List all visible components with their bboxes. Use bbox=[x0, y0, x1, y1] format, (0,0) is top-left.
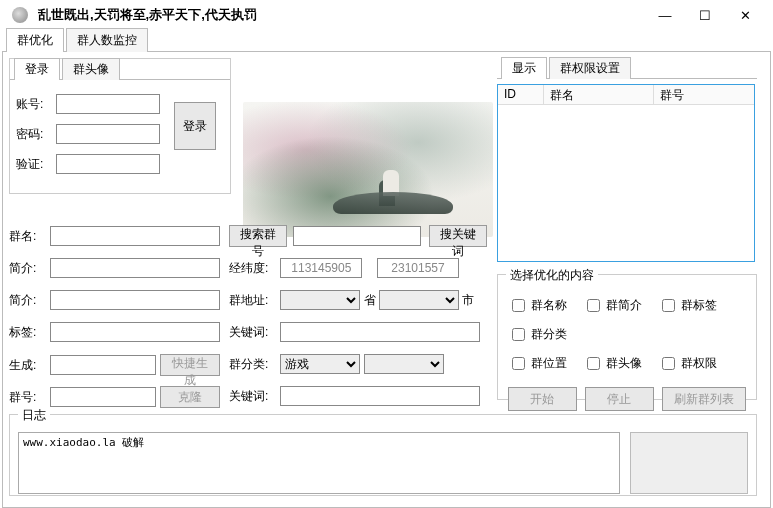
password-input[interactable] bbox=[56, 124, 160, 144]
gen-label: 生成: bbox=[9, 357, 47, 374]
tag-input[interactable] bbox=[50, 322, 220, 342]
window-title: 乱世既出,天罚将至,赤平天下,代天执罚 bbox=[38, 6, 257, 24]
keyword2-label: 关键词: bbox=[229, 388, 277, 405]
cat1-select[interactable]: 游戏 bbox=[280, 354, 360, 374]
keyword-label: 关键词: bbox=[229, 324, 277, 341]
keyword-input[interactable] bbox=[280, 322, 480, 342]
city-label: 市 bbox=[462, 292, 474, 309]
ck-permission[interactable]: 群权限 bbox=[658, 354, 717, 373]
groupname-label: 群名: bbox=[9, 228, 47, 245]
tab-group-avatar[interactable]: 群头像 bbox=[62, 58, 120, 80]
intro2-input[interactable] bbox=[50, 290, 220, 310]
optimize-options-title: 选择优化的内容 bbox=[506, 267, 598, 284]
table-header: ID 群名 群号 bbox=[498, 85, 754, 105]
province-select[interactable] bbox=[280, 290, 360, 310]
tab-login[interactable]: 登录 bbox=[14, 58, 60, 80]
tab-display[interactable]: 显示 bbox=[501, 57, 547, 79]
account-input[interactable] bbox=[56, 94, 160, 114]
ck-tag[interactable]: 群标签 bbox=[658, 296, 717, 315]
ck-location[interactable]: 群位置 bbox=[508, 354, 567, 373]
search-gid-button[interactable]: 搜索群号 bbox=[229, 225, 287, 247]
refresh-button[interactable]: 刷新群列表 bbox=[662, 387, 746, 411]
cat2-select[interactable] bbox=[364, 354, 444, 374]
titlebar: 乱世既出,天罚将至,赤平天下,代天执罚 — ☐ ✕ bbox=[0, 0, 773, 30]
main-content: 登录 群头像 账号: 密码: 验证: 登录 bbox=[2, 52, 771, 508]
tab-permissions[interactable]: 群权限设置 bbox=[549, 57, 631, 79]
gen-input[interactable] bbox=[50, 355, 156, 375]
coord-lat-input[interactable] bbox=[377, 258, 459, 278]
start-button[interactable]: 开始 bbox=[508, 387, 577, 411]
decorative-image bbox=[243, 102, 493, 237]
ck-intro[interactable]: 群简介 bbox=[583, 296, 642, 315]
clone-button[interactable]: 克隆 bbox=[160, 386, 220, 408]
password-label: 密码: bbox=[16, 126, 56, 143]
gid-label: 群号: bbox=[9, 389, 47, 406]
log-group: 日志 www.xiaodao.la 破解 bbox=[9, 414, 757, 496]
log-textarea[interactable]: www.xiaodao.la 破解 bbox=[18, 432, 620, 494]
app-icon bbox=[12, 7, 28, 23]
login-button[interactable]: 登录 bbox=[174, 102, 216, 150]
intro2-label: 简介: bbox=[9, 292, 47, 309]
groupname-input[interactable] bbox=[50, 226, 220, 246]
ck-avatar[interactable]: 群头像 bbox=[583, 354, 642, 373]
gid-input[interactable] bbox=[50, 387, 156, 407]
coord-label: 经纬度: bbox=[229, 260, 277, 277]
table-body[interactable] bbox=[498, 105, 754, 261]
province-label: 省 bbox=[364, 292, 376, 309]
coord-lng-input[interactable] bbox=[280, 258, 362, 278]
addr-label: 群地址: bbox=[229, 292, 277, 309]
keyword2-input[interactable] bbox=[280, 386, 480, 406]
tag-label: 标签: bbox=[9, 324, 47, 341]
tab-group-monitor[interactable]: 群人数监控 bbox=[66, 28, 148, 52]
keyword-main-input[interactable] bbox=[293, 226, 421, 246]
log-title: 日志 bbox=[18, 407, 50, 424]
tab-group-optimize[interactable]: 群优化 bbox=[6, 28, 64, 52]
ck-groupname[interactable]: 群名称 bbox=[508, 296, 567, 315]
cat-label: 群分类: bbox=[229, 356, 277, 373]
minimize-button[interactable]: — bbox=[645, 2, 685, 28]
group-table[interactable]: ID 群名 群号 bbox=[497, 84, 755, 262]
right-table-group: 显示 群权限设置 ID 群名 群号 bbox=[497, 58, 757, 264]
maximize-button[interactable]: ☐ bbox=[685, 2, 725, 28]
search-keyword-button[interactable]: 搜关键词 bbox=[429, 225, 487, 247]
intro-label: 简介: bbox=[9, 260, 47, 277]
verify-input[interactable] bbox=[56, 154, 160, 174]
main-tabstrip: 群优化 群人数监控 bbox=[2, 30, 771, 52]
city-select[interactable] bbox=[379, 290, 459, 310]
col-name[interactable]: 群名 bbox=[544, 85, 654, 104]
col-num[interactable]: 群号 bbox=[654, 85, 754, 104]
optimize-options-group: 选择优化的内容 群名称 群简介 群标签 群分类 群位置 群头像 群权限 开始 停… bbox=[497, 274, 757, 400]
log-preview-box bbox=[630, 432, 748, 494]
quickgen-button[interactable]: 快捷生成 bbox=[160, 354, 220, 376]
account-label: 账号: bbox=[16, 96, 56, 113]
verify-label: 验证: bbox=[16, 156, 56, 173]
stop-button[interactable]: 停止 bbox=[585, 387, 654, 411]
ck-category[interactable]: 群分类 bbox=[508, 325, 567, 344]
intro-input[interactable] bbox=[50, 258, 220, 278]
close-button[interactable]: ✕ bbox=[725, 2, 765, 28]
col-id[interactable]: ID bbox=[498, 85, 544, 104]
login-group: 登录 群头像 账号: 密码: 验证: 登录 bbox=[9, 58, 231, 194]
